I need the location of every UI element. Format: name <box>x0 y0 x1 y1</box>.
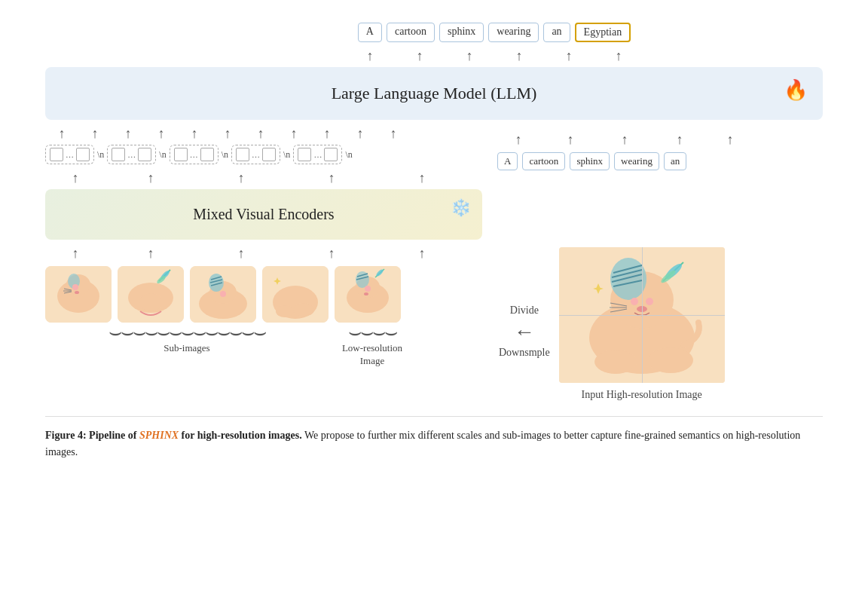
token-wearing: wearing <box>488 23 539 42</box>
lowres-label: Low-resolutionImage <box>342 342 402 368</box>
mid-arr-9: ↑ <box>310 126 344 142</box>
arrow-up-3: ↑ <box>447 48 492 64</box>
svg-point-5 <box>75 291 79 294</box>
r-arr-1: ↑ <box>497 132 539 148</box>
enc-arr-5: ↑ <box>377 170 467 186</box>
token-groups-row: … \n … \n … \n <box>45 145 482 164</box>
mini-token-3a <box>174 148 188 161</box>
sub-brace-section: ⌣⌣⌣⌣⌣⌣⌣⌣⌣⌣⌣⌣⌣ Sub-images <box>45 324 329 354</box>
llm-box: Large Language Model (LLM) 🔥 <box>45 67 823 120</box>
arrow-up-2: ↑ <box>397 48 442 64</box>
r-arr-3: ↑ <box>601 132 648 148</box>
lowres-brace: ⌣⌣⌣⌣ <box>338 324 406 341</box>
bottom-row: ↑ ↑ ↑ ↑ ↑ <box>45 240 823 401</box>
brace-row: ⌣⌣⌣⌣⌣⌣⌣⌣⌣⌣⌣⌣⌣ Sub-images ⌣⌣⌣⌣ Low-resolu… <box>45 324 482 368</box>
img-arr-3: ↑ <box>196 246 286 262</box>
nl-3: \n <box>222 149 228 161</box>
enc-arrows: ↑ ↑ ↑ ↑ ↑ <box>45 170 482 186</box>
svg-point-26 <box>293 303 314 317</box>
rtoken-A: A <box>497 152 518 170</box>
caption-prefix: Figure 4: <box>45 430 89 441</box>
mid-arr-8: ↑ <box>277 126 310 142</box>
sub-image-1 <box>45 266 112 323</box>
mid-arr-10: ↑ <box>344 126 377 142</box>
grid-v <box>642 247 643 383</box>
caption-sphinx-name: SPHINX <box>139 430 179 441</box>
svg-point-40 <box>610 258 646 300</box>
mid-arr-11: ↑ <box>377 126 410 142</box>
arrow-up-5: ↑ <box>546 48 591 64</box>
sub-image-3 <box>190 266 256 323</box>
mve-box: Mixed Visual Encoders ❄️ <box>45 189 482 240</box>
bottom-left: ↑ ↑ ↑ ↑ ↑ <box>45 240 482 368</box>
mini-token-1a <box>50 148 63 161</box>
token-group-5: … <box>293 145 342 164</box>
mid-row: ↑ ↑ ↑ ↑ ↑ ↑ ↑ ↑ ↑ ↑ ↑ … \n <box>45 120 823 240</box>
highres-label: Input High-resolution Image <box>582 389 702 401</box>
enc-arr-2: ↑ <box>105 170 196 186</box>
mid-arr-1: ↑ <box>45 126 78 142</box>
mini-token-1b <box>76 148 90 161</box>
enc-arr-3: ↑ <box>196 170 286 186</box>
img-arr-5: ↑ <box>377 246 467 262</box>
arrow-up-6: ↑ <box>596 48 641 64</box>
token-A: A <box>358 23 382 42</box>
img-arr-2: ↑ <box>105 246 196 262</box>
svg-point-25 <box>276 305 294 317</box>
ellipsis-3: … <box>188 150 200 159</box>
arrow-up-4: ↑ <box>497 48 542 64</box>
sub-image-2 <box>118 266 184 323</box>
mid-arr-3: ↑ <box>112 126 145 142</box>
right-arrows: ↑ ↑ ↑ ↑ ↑ <box>497 132 769 148</box>
token-group-1: … <box>45 145 94 164</box>
img-arr-4: ↑ <box>286 246 377 262</box>
img-arrows: ↑ ↑ ↑ ↑ ↑ <box>45 246 482 262</box>
svg-point-46 <box>646 298 653 305</box>
right-token-boxes: A cartoon sphinx wearing an <box>497 152 769 170</box>
token-group-3: … <box>170 145 219 164</box>
mini-token-4a <box>236 148 249 161</box>
bottom-right: Divide ← Downsmple <box>482 247 725 401</box>
nl-2: \n <box>159 149 166 161</box>
token-an: an <box>543 23 570 42</box>
main-container: A cartoon sphinx wearing an Egyptian ↑ ↑… <box>0 0 868 476</box>
caption-bold-part: Pipeline of <box>89 430 139 441</box>
mini-token-2b <box>138 148 151 161</box>
token-group-2: … <box>107 145 156 164</box>
mid-right: ↑ ↑ ↑ ↑ ↑ A cartoon sphinx wearing an <box>482 120 769 170</box>
mid-top-arrows: ↑ ↑ ↑ ↑ ↑ ↑ ↑ ↑ ↑ ↑ ↑ <box>45 126 482 142</box>
nl-4: \n <box>283 149 290 161</box>
left-arrow-icon: ← <box>514 320 535 344</box>
mid-arr-4: ↑ <box>145 126 178 142</box>
rtoken-cartoon: cartoon <box>522 152 565 170</box>
mid-arr-6: ↑ <box>211 126 244 142</box>
llm-title: Large Language Model (LLM) <box>332 84 537 103</box>
enc-arr-4: ↑ <box>286 170 377 186</box>
mini-token-3b <box>200 148 214 161</box>
highres-container: Input High-resolution Image <box>559 247 725 401</box>
rtoken-wearing: wearing <box>614 152 659 170</box>
token-egyptian: Egyptian <box>575 23 631 42</box>
svg-point-22 <box>220 291 226 297</box>
token-group-4: … <box>231 145 280 164</box>
divide-label: Divide <box>510 304 539 317</box>
ellipsis-1: … <box>64 150 75 159</box>
svg-point-45 <box>631 298 638 305</box>
ellipsis-4: … <box>250 150 261 159</box>
sub-image-4 <box>262 266 329 323</box>
low-res-image <box>335 266 401 323</box>
highres-image <box>559 247 725 383</box>
r-arr-2: ↑ <box>544 132 597 148</box>
sub-brace: ⌣⌣⌣⌣⌣⌣⌣⌣⌣⌣⌣⌣⌣ <box>51 324 322 341</box>
downsample-label: Downsmple <box>499 347 550 359</box>
svg-point-54 <box>594 350 637 374</box>
nl-1: \n <box>97 149 104 161</box>
nl-5: \n <box>345 149 352 161</box>
img-arr-1: ↑ <box>45 246 105 262</box>
ellipsis-2: … <box>126 150 137 159</box>
svg-point-55 <box>648 347 693 373</box>
svg-point-14 <box>139 293 162 311</box>
divide-section: Divide ← Downsmple <box>490 304 559 359</box>
lowres-brace-section: ⌣⌣⌣⌣ Low-resolutionImage <box>335 324 410 368</box>
svg-point-4 <box>72 284 78 290</box>
